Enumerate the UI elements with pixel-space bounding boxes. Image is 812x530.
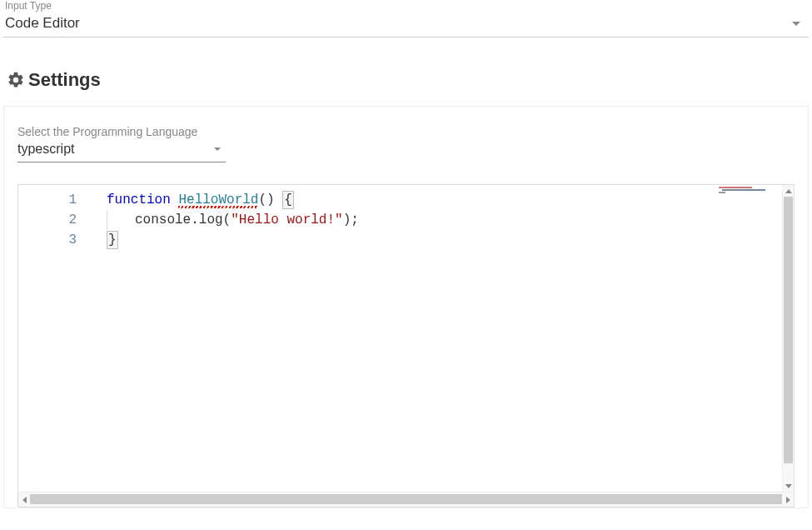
editor-code-area[interactable]: function HelloWorld() { console.log("Hel… — [85, 185, 794, 507]
input-type-label: Input Type — [3, 0, 809, 13]
horizontal-scrollbar[interactable] — [18, 492, 794, 507]
scroll-down-icon[interactable] — [783, 480, 795, 492]
line-number: 3 — [18, 230, 77, 250]
editor-gutter: 1 2 3 — [18, 185, 85, 507]
settings-title: Settings — [28, 69, 101, 91]
language-value: typescript — [17, 142, 74, 157]
scroll-left-icon[interactable] — [18, 492, 30, 508]
line-number: 1 — [18, 190, 77, 210]
code-line: } — [107, 230, 794, 250]
language-select[interactable]: typescript — [17, 140, 226, 162]
line-number: 2 — [18, 210, 77, 230]
code-line: console.log("Hello world!"); — [107, 210, 794, 230]
chevron-down-icon — [792, 22, 800, 26]
editor-minimap[interactable] — [717, 187, 782, 193]
settings-panel: Select the Programming Language typescri… — [3, 106, 809, 508]
input-type-select[interactable]: Code Editor — [3, 13, 809, 38]
scroll-up-icon[interactable] — [783, 185, 795, 197]
chevron-down-icon — [214, 148, 221, 151]
language-label: Select the Programming Language — [17, 125, 795, 140]
input-type-field: Input Type Code Editor — [3, 0, 809, 44]
gear-icon — [7, 71, 25, 89]
input-type-value: Code Editor — [5, 15, 80, 32]
code-editor[interactable]: 1 2 3 function HelloWorld() { console.lo… — [17, 184, 795, 508]
settings-header: Settings — [3, 44, 809, 106]
vertical-scrollbar[interactable] — [782, 185, 794, 492]
code-line: function HelloWorld() { — [107, 190, 794, 210]
scroll-right-icon[interactable] — [782, 492, 794, 508]
scrollbar-thumb[interactable] — [784, 197, 793, 463]
scrollbar-thumb[interactable] — [30, 494, 782, 504]
